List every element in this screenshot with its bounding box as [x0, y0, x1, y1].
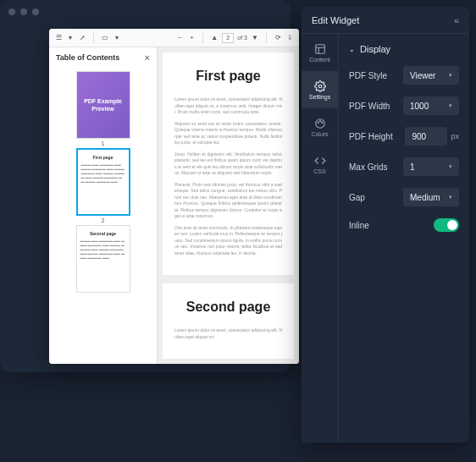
pdf-width-input[interactable]: 1000 ▾	[403, 96, 459, 115]
pdf-page: Second page Lorem ipsum dolor sit amet, …	[163, 283, 294, 359]
label-gap: Gap	[349, 193, 365, 202]
label-pdf-style: PDF Style	[349, 71, 387, 80]
page-down-icon[interactable]: ▼	[251, 34, 259, 42]
traffic-light-minimize[interactable]	[20, 8, 27, 15]
inline-toggle[interactable]	[434, 218, 459, 232]
filter-icon[interactable]: ▾	[66, 34, 75, 42]
page-number-input[interactable]: 2	[222, 33, 234, 43]
toc-panel: Table of Contents × PDF Example Preview …	[49, 47, 158, 364]
pdf-page: First page Lorem ipsum dolor sit amet, c…	[163, 52, 294, 275]
layout-icon[interactable]: ▭	[101, 34, 109, 42]
chevron-down-icon: ▾	[449, 72, 452, 79]
edit-widget-panel: Edit Widget « Content Settings Colors	[302, 7, 469, 443]
pdf-viewer: ☰ ▾ ➚ ▭ ▾ − + ▲ 2 of 3 ▼ ⟳ ⇩	[49, 29, 299, 364]
gap-select[interactable]: Medium ▾	[403, 188, 459, 206]
chevron-down-icon[interactable]: ▾	[113, 34, 121, 42]
thumb-page: First page ▬▬▬ ▬▬ ▬▬▬▬ ▬▬ ▬▬▬ ▬▬▬▬ ▬▬ ▬▬…	[76, 148, 130, 216]
chevron-down-icon: ▾	[449, 102, 452, 109]
close-icon[interactable]: ×	[145, 52, 150, 63]
tab-settings[interactable]: Settings	[302, 71, 338, 108]
tab-colors[interactable]: Colors	[302, 108, 338, 146]
panel-title: Edit Widget	[312, 15, 359, 25]
label-pdf-width: PDF Width	[349, 102, 390, 111]
zoom-in-icon[interactable]: +	[187, 34, 196, 42]
pdf-style-select[interactable]: Viewer ▾	[403, 66, 459, 85]
download-icon[interactable]: ⇩	[285, 34, 294, 42]
collapse-icon[interactable]: «	[454, 15, 459, 25]
chevron-down-icon: ▾	[449, 163, 452, 170]
thumb-cover: PDF Example Preview	[76, 71, 130, 139]
panel-header: Edit Widget «	[302, 7, 469, 34]
tab-content[interactable]: Content	[302, 34, 338, 71]
label-inline: Inline	[349, 221, 369, 230]
rotate-icon[interactable]: ⟳	[274, 34, 282, 42]
palette-icon	[314, 118, 326, 129]
label-max-grids: Max Grids	[349, 162, 388, 172]
svg-point-1	[318, 85, 322, 88]
window-titlebar	[0, 0, 291, 24]
chevron-down-icon: ⌄	[349, 46, 355, 53]
code-icon	[314, 155, 326, 167]
pdf-toolbar: ☰ ▾ ➚ ▭ ▾ − + ▲ 2 of 3 ▼ ⟳ ⇩	[49, 29, 299, 47]
max-grids-select[interactable]: 1 ▾	[403, 157, 459, 176]
thumbnail[interactable]: Second page ▬▬▬ ▬▬ ▬▬▬▬ ▬▬ ▬▬▬ ▬▬▬▬ ▬▬ ▬…	[76, 225, 130, 294]
pdf-height-input[interactable]: 900	[405, 127, 447, 146]
page-heading: Second page	[174, 297, 282, 317]
section-display[interactable]: ⌄ Display	[349, 44, 459, 54]
page-heading: First page	[174, 66, 282, 86]
label-pdf-height: PDF Height	[349, 132, 393, 141]
svg-point-5	[321, 122, 322, 123]
thumbnail[interactable]: PDF Example Preview 1	[76, 71, 130, 146]
arrow-icon[interactable]: ➚	[78, 34, 86, 42]
unit-px: px	[451, 132, 459, 140]
content-icon	[314, 43, 326, 55]
thumbnail[interactable]: First page ▬▬▬ ▬▬ ▬▬▬▬ ▬▬ ▬▬▬ ▬▬▬▬ ▬▬ ▬▬…	[76, 148, 130, 223]
sidebar-toggle-icon[interactable]: ☰	[54, 34, 63, 42]
app-window: ☰ ▾ ➚ ▭ ▾ − + ▲ 2 of 3 ▼ ⟳ ⇩	[0, 0, 291, 372]
settings-form: ⌄ Display PDF Style Viewer ▾ PDF Width 1…	[339, 34, 469, 443]
tab-css[interactable]: CSS	[302, 146, 338, 183]
traffic-light-zoom[interactable]	[32, 8, 39, 15]
thumb-page: Second page ▬▬▬ ▬▬ ▬▬▬▬ ▬▬ ▬▬▬ ▬▬▬▬ ▬▬ ▬…	[76, 225, 130, 293]
page-total: of 3	[237, 35, 247, 41]
settings-tabs: Content Settings Colors CSS	[302, 34, 339, 443]
toc-title: Table of Contents	[56, 53, 119, 62]
page-view[interactable]: First page Lorem ipsum dolor sit amet, c…	[158, 47, 299, 364]
svg-rect-0	[315, 44, 324, 53]
chevron-down-icon: ▾	[449, 194, 452, 201]
traffic-light-close[interactable]	[8, 8, 15, 15]
svg-point-3	[318, 122, 318, 123]
page-up-icon[interactable]: ▲	[210, 34, 219, 42]
svg-point-4	[319, 120, 320, 121]
zoom-out-icon[interactable]: −	[175, 34, 184, 42]
gear-icon	[314, 80, 326, 92]
